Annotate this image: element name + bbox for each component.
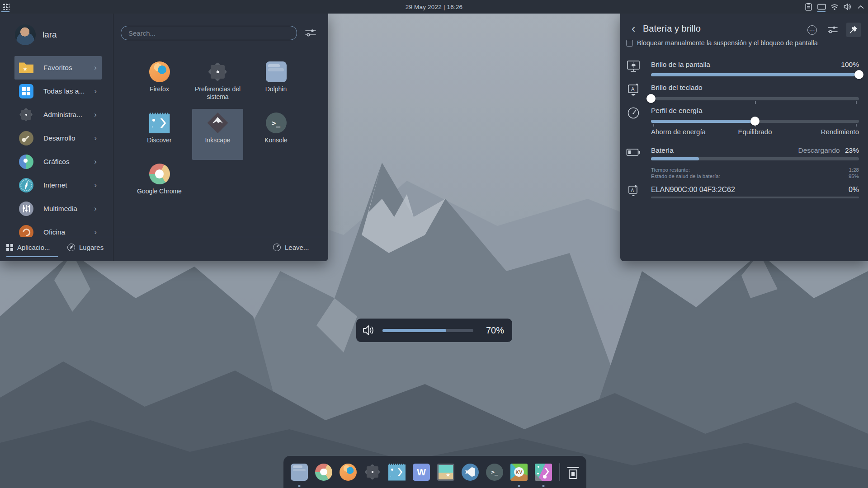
power-profile-slider[interactable] (651, 117, 859, 126)
expand-tray-chevron-up-icon[interactable] (856, 1, 865, 13)
svg-text:A: A (631, 188, 634, 193)
category-item[interactable]: Desarrollo › (14, 127, 102, 150)
clipboard-icon[interactable] (804, 1, 813, 13)
dock-app-icon[interactable] (462, 456, 479, 488)
app-icon (149, 61, 170, 82)
app-item[interactable]: Dolphin (250, 58, 302, 109)
system-tray (804, 0, 867, 14)
category-icon (19, 84, 33, 99)
app-item[interactable]: Konsole (250, 109, 302, 160)
category-item[interactable]: Oficina › (14, 221, 102, 237)
profile-balanced[interactable]: Equilibrado (720, 128, 789, 136)
category-item[interactable]: Gráficos › (14, 150, 102, 174)
back-button[interactable]: ‹ (627, 22, 639, 35)
peripheral-battery-icon: A (626, 183, 641, 198)
chevron-right-icon: › (94, 87, 97, 96)
battery-status-text: Descargando (798, 146, 840, 154)
app-icon (291, 464, 308, 481)
battery-brightness-panel: ‹ Batería y brillo ⋯ Bloquear manualment… (620, 14, 868, 261)
trash-icon[interactable] (567, 465, 579, 479)
app-label: Konsole (252, 136, 300, 144)
tab-places[interactable]: Lugares (67, 237, 104, 257)
battery-icon (626, 145, 641, 160)
dock-app-icon[interactable] (535, 456, 552, 488)
dock-app-icon[interactable] (315, 456, 332, 488)
application-launcher-menu: lara Favoritos › Todas las a... › A (0, 14, 328, 261)
dock-app-icon[interactable] (388, 456, 406, 488)
app-icon (462, 464, 479, 481)
display-icon[interactable] (817, 1, 826, 13)
menu-footer: Aplicacio... Lugares Leave... (0, 237, 328, 261)
time-remaining-label: Tiempo restante: (651, 167, 690, 173)
tab-applications[interactable]: Aplicacio... (6, 237, 50, 257)
category-item[interactable]: Favoritos › (14, 56, 102, 80)
app-item[interactable]: Firefox (134, 58, 185, 109)
overflow-status-icon[interactable]: ⋯ (805, 23, 819, 37)
profile-performance[interactable]: Rendimiento (790, 128, 859, 136)
app-icon (437, 464, 454, 481)
dock-app-icon[interactable] (340, 456, 357, 488)
category-list: Favoritos › Todas las a... › Administra.… (14, 56, 102, 237)
peripheral-label: ELAN900C:00 04F3:2C62 (651, 186, 735, 194)
leave-button[interactable]: Leave... (273, 237, 309, 257)
category-icon (19, 155, 33, 169)
checkbox[interactable] (626, 40, 633, 47)
slider-knob[interactable] (646, 94, 656, 103)
app-item[interactable]: Preferencias del sistema (192, 58, 243, 109)
category-label: Todas las a... (43, 87, 85, 95)
category-label: Desarrollo (43, 134, 75, 142)
power-profile-options: Ahorro de energía Equilibrado Rendimient… (651, 128, 859, 136)
search-input[interactable] (121, 26, 297, 40)
places-compass-icon (67, 244, 75, 251)
clock[interactable]: 29 May 2022 | 16:26 (0, 0, 868, 14)
app-icon (266, 61, 287, 82)
dock-app-icon[interactable] (364, 456, 381, 488)
pin-icon[interactable] (846, 23, 861, 37)
app-label: Inkscape (193, 136, 242, 144)
battery-percent-text: 23% (845, 146, 859, 154)
configure-icon[interactable] (826, 23, 840, 37)
profile-powersave[interactable]: Ahorro de energía (651, 128, 720, 136)
app-label: Firefox (135, 85, 184, 93)
tab-label: Aplicacio... (17, 244, 50, 251)
user-header[interactable]: lara (0, 20, 113, 50)
user-avatar[interactable] (15, 24, 36, 45)
app-item[interactable]: Google Chrome (134, 160, 185, 211)
keyboard-brightness-label: Brillo del teclado (651, 84, 703, 92)
leave-label: Leave... (285, 244, 309, 251)
category-label: Internet (43, 181, 67, 189)
app-icon (340, 464, 357, 481)
time-remaining-value: 1:28 (849, 167, 859, 173)
keyboard-brightness-slider[interactable] (651, 94, 859, 103)
dock-app-icon[interactable] (291, 456, 308, 488)
dock-app-icon[interactable] (510, 456, 528, 488)
battery-label: Batería (651, 146, 674, 155)
category-icon (19, 178, 33, 192)
app-label: Preferencias del sistema (193, 85, 242, 101)
volume-value: 70% (481, 325, 504, 336)
dock-app-icon[interactable] (486, 456, 503, 488)
volume-osd: 70% (356, 319, 512, 342)
category-item[interactable]: Administra... › (14, 103, 102, 127)
slider-knob[interactable] (750, 117, 760, 126)
dock-app-icon[interactable] (413, 456, 430, 488)
dock-app-icon[interactable] (437, 456, 454, 488)
app-item[interactable]: Discover (134, 109, 185, 160)
tab-label: Lugares (79, 244, 104, 251)
app-icon (208, 113, 228, 133)
category-item[interactable]: Multimedia › (14, 197, 102, 221)
configure-filters-icon[interactable] (305, 28, 316, 38)
category-item[interactable]: Todas las a... › (14, 80, 102, 103)
category-item[interactable]: Internet › (14, 174, 102, 197)
manual-block-checkbox-row[interactable]: Bloquear manualmente la suspensión y el … (626, 39, 818, 47)
app-item[interactable]: Inkscape (192, 109, 243, 160)
category-icon (19, 108, 33, 122)
category-label: Oficina (43, 228, 65, 236)
category-icon (19, 202, 33, 216)
pane-divider (113, 14, 113, 261)
battery-health-value: 95% (849, 174, 859, 179)
screen-brightness-slider[interactable] (651, 70, 859, 79)
wifi-icon[interactable] (830, 1, 839, 13)
slider-knob[interactable] (854, 70, 863, 79)
audio-volume-icon[interactable] (843, 1, 852, 13)
